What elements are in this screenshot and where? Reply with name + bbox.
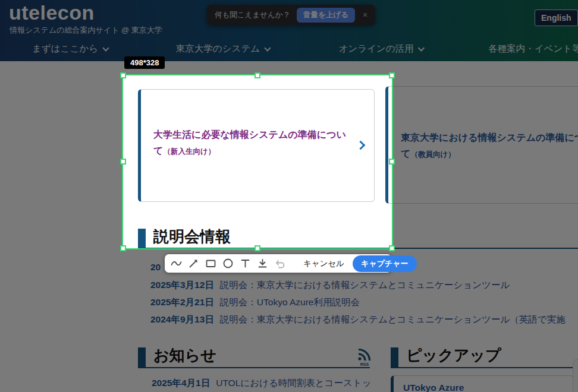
nav-item-utokyo-systems[interactable]: 東京大学のシステム — [176, 43, 270, 55]
nav-item-label: オンラインの活用 — [338, 43, 413, 53]
rss-icon[interactable]: RSS — [357, 348, 372, 366]
announcements-heading-underline — [138, 367, 370, 368]
selection-handle-top-left[interactable] — [120, 72, 126, 78]
selection-handle-top-middle[interactable] — [255, 72, 260, 78]
session-date: 20 — [150, 262, 161, 272]
session-date: 2025年2月21日 — [150, 297, 214, 307]
announcement-list-item[interactable]: 2025年4月1日UTOLにおける時間割表とコーストッ — [152, 377, 372, 390]
selection-handle-bottom-right[interactable] — [389, 245, 395, 251]
nav-item-label: まずはここから — [32, 43, 98, 53]
session-link: 説明会：UTokyo Azure利用説明会 — [220, 297, 360, 307]
arrow-icon[interactable] — [188, 258, 199, 269]
selection-handle-bottom-left[interactable] — [120, 245, 126, 251]
selection-handle-middle-left[interactable] — [120, 159, 126, 165]
nav-item-online-usage[interactable]: オンラインの活用 — [338, 43, 423, 55]
nav-item-label: 東京大学のシステム — [176, 43, 260, 53]
capture-confirm-button[interactable]: キャプチャー — [353, 255, 417, 272]
site-tagline: 情報システムの総合案内サイト @ 東京大学 — [10, 25, 162, 36]
nav-item-label: 各種案内・イベント等 — [488, 43, 578, 53]
selection-size-label: 498*328 — [124, 56, 165, 69]
heading-accent-bar — [138, 347, 146, 367]
pickup-card-utokyo-azure[interactable]: UTokyo Azure — [391, 375, 574, 392]
session-list-item[interactable]: 2025年3月12日説明会：東京大学における情報システムとコミュニケーションツー… — [150, 279, 510, 292]
announcement-link: UTOLにおける時間割表とコーストッ — [216, 378, 371, 388]
card-title: 東京大学における情報システムの準備について（教員向け） — [401, 129, 578, 162]
pickup-card-title: UTokyo Azure — [403, 382, 464, 392]
card-faculty[interactable]: 東京大学における情報システムの準備について（教員向け） — [385, 86, 578, 204]
selection-handle-top-right[interactable] — [389, 72, 395, 78]
chevron-down-icon — [418, 45, 425, 51]
volume-notification-toast: 何も聞こえませんか？ 音量を上げる × — [207, 5, 375, 25]
rectangle-icon[interactable] — [205, 258, 216, 269]
chevron-down-icon — [102, 45, 109, 51]
announcement-date: 2025年4月1日 — [152, 378, 210, 388]
session-link: 説明会：東京大学における情報システムとコミュニケーションツール — [220, 280, 510, 290]
clipped-floating-widget[interactable] — [573, 359, 578, 392]
session-list-item[interactable]: 2024年9月13日説明会：東京大学における情報システムとコミュニケーションツー… — [150, 314, 566, 326]
session-link: 説明会：東京大学における情報システムとコミュニケーションツール（英語で実施 — [220, 314, 566, 324]
capture-toolbar: キャンセル キャプチャー — [165, 254, 391, 273]
download-icon[interactable] — [257, 258, 268, 269]
card-audience-label: （教員向け） — [410, 150, 455, 159]
freehand-draw-icon[interactable] — [171, 258, 182, 269]
text-tool-icon[interactable] — [240, 258, 251, 269]
site-logo[interactable]: utelecon — [9, 1, 95, 24]
turn-up-volume-button[interactable]: 音量を上げる — [297, 8, 355, 23]
nav-item-guides-events[interactable]: 各種案内・イベント等 — [488, 43, 578, 55]
selection-handle-bottom-middle[interactable] — [255, 245, 260, 251]
session-list-item[interactable]: 2025年2月21日説明会：UTokyo Azure利用説明会 — [150, 296, 360, 309]
chevron-down-icon — [265, 45, 271, 51]
cancel-button[interactable]: キャンセル — [301, 258, 347, 269]
heading-accent-bar — [391, 347, 398, 367]
language-toggle-button[interactable]: English — [535, 10, 578, 26]
selection-handle-middle-right[interactable] — [389, 159, 395, 165]
undo-icon[interactable] — [274, 258, 285, 269]
toast-message: 何も聞こえませんか？ — [215, 10, 290, 20]
announcements-heading: お知らせ — [153, 345, 216, 366]
session-date: 2025年3月12日 — [150, 280, 214, 290]
screen: utelecon 情報システムの総合案内サイト @ 東京大学 English ま… — [0, 0, 578, 392]
rss-label: RSS — [357, 362, 372, 366]
nav-item-first-steps[interactable]: まずはここから — [32, 43, 108, 55]
pickup-heading: ピックアップ — [406, 345, 501, 366]
ellipse-icon[interactable] — [222, 258, 234, 269]
session-date: 2024年9月13日 — [150, 314, 214, 324]
pickup-heading-underline — [391, 367, 573, 368]
close-icon[interactable]: × — [363, 10, 367, 20]
capture-selection-region[interactable] — [122, 74, 393, 249]
